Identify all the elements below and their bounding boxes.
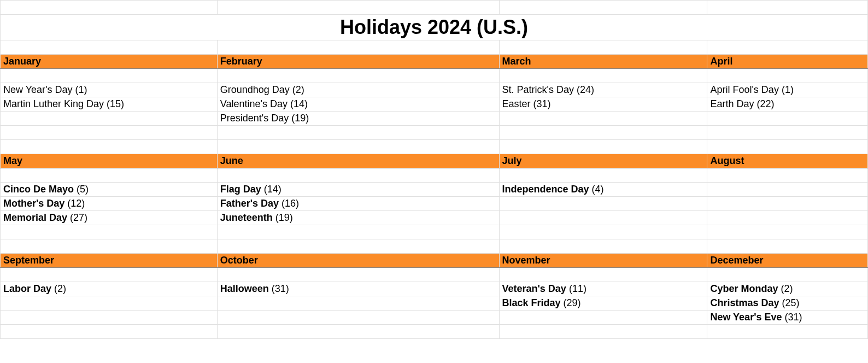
empty-cell: [217, 1, 499, 15]
holiday-cell: Valentine's Day (14): [217, 97, 499, 112]
month-header: July: [499, 154, 707, 168]
holiday-name: Labor Day: [3, 283, 51, 294]
empty-cell: [1, 268, 218, 282]
holiday-cell: Cinco De Mayo (5): [1, 183, 218, 197]
empty-cell: [1, 239, 218, 254]
empty-cell: [217, 311, 499, 325]
holiday-day: (14): [261, 184, 281, 195]
empty-cell: [707, 126, 868, 140]
holiday-cell: New Year's Day (1): [1, 83, 218, 97]
holiday-name: Mother's Day: [3, 198, 64, 209]
empty-cell: [1, 1, 218, 15]
holiday-name: Easter: [502, 98, 531, 109]
empty-cell: [707, 239, 868, 254]
empty-cell: [499, 40, 707, 55]
empty-cell: [1, 325, 218, 339]
holiday-day: (5): [74, 184, 89, 195]
empty-cell: [499, 140, 707, 154]
holiday-cell: Veteran's Day (11): [499, 282, 707, 296]
month-header: February: [217, 55, 499, 69]
holiday-day: (4): [589, 184, 604, 195]
empty-cell: [499, 1, 707, 15]
empty-cell: [707, 268, 868, 282]
holiday-cell: Christmas Day (25): [707, 296, 868, 311]
month-header: October: [217, 254, 499, 268]
holiday-day: (24): [574, 84, 594, 95]
empty-cell: [499, 325, 707, 339]
holiday-name: Flag Day: [220, 184, 261, 195]
empty-cell: [499, 239, 707, 254]
holiday-name: St. Patrick's Day: [502, 84, 574, 95]
holiday-day: (12): [64, 198, 85, 209]
empty-cell: [217, 325, 499, 339]
holiday-name: Cinco De Mayo: [3, 184, 74, 195]
holiday-day: (2): [778, 283, 793, 294]
empty-cell: [707, 40, 868, 55]
empty-cell: [217, 296, 499, 311]
empty-cell: [1, 112, 218, 126]
month-header: January: [1, 55, 218, 69]
holiday-cell: New Year's Eve (31): [707, 311, 868, 325]
month-header: April: [707, 55, 868, 69]
holiday-day: (31): [531, 98, 551, 109]
empty-cell: [499, 69, 707, 83]
holiday-name: Martin Luther King Day: [3, 98, 104, 109]
empty-cell: [217, 140, 499, 154]
holiday-day: (14): [288, 98, 308, 109]
holiday-cell: Juneteenth (19): [217, 211, 499, 225]
empty-cell: [707, 211, 868, 225]
empty-cell: [499, 112, 707, 126]
empty-cell: [1, 140, 218, 154]
holiday-name: Independence Day: [502, 184, 589, 195]
empty-cell: [707, 140, 868, 154]
holiday-cell: Black Friday (29): [499, 296, 707, 311]
month-header: August: [707, 154, 868, 168]
empty-cell: [707, 197, 868, 211]
empty-cell: [1, 296, 218, 311]
empty-cell: [707, 325, 868, 339]
empty-cell: [499, 311, 707, 325]
empty-cell: [707, 69, 868, 83]
empty-cell: [217, 126, 499, 140]
empty-cell: [217, 40, 499, 55]
month-header: March: [499, 55, 707, 69]
holiday-day: (16): [279, 198, 299, 209]
empty-cell: [217, 69, 499, 83]
holiday-cell: Memorial Day (27): [1, 211, 218, 225]
holiday-cell: Martin Luther King Day (15): [1, 97, 218, 112]
holiday-name: President's Day: [220, 113, 289, 124]
holiday-day: (31): [782, 312, 802, 323]
holiday-name: Valentine's Day: [220, 98, 288, 109]
empty-cell: [217, 168, 499, 183]
holiday-day: (2): [51, 283, 66, 294]
empty-cell: [1, 168, 218, 183]
holiday-cell: Father's Day (16): [217, 197, 499, 211]
empty-cell: [1, 126, 218, 140]
holiday-cell: Labor Day (2): [1, 282, 218, 296]
holiday-cell: April Fool's Day (1): [707, 83, 868, 97]
empty-cell: [1, 311, 218, 325]
empty-cell: [499, 268, 707, 282]
month-header: September: [1, 254, 218, 268]
holiday-day: (22): [754, 98, 774, 109]
month-header: Decemeber: [707, 254, 868, 268]
empty-cell: [217, 225, 499, 239]
empty-cell: [499, 168, 707, 183]
holiday-day: (19): [289, 113, 309, 124]
page-title: Holidays 2024 (U.S.): [1, 15, 868, 40]
holiday-cell: Independence Day (4): [499, 183, 707, 197]
holiday-day: (27): [67, 212, 87, 223]
holiday-name: Halloween: [220, 283, 269, 294]
month-header: June: [217, 154, 499, 168]
holiday-day: (29): [561, 297, 581, 308]
holiday-name: Memorial Day: [3, 212, 67, 223]
holiday-day: (1): [779, 84, 794, 95]
holiday-cell: Mother's Day (12): [1, 197, 218, 211]
holiday-name: New Year's Eve: [710, 312, 782, 323]
empty-cell: [1, 40, 218, 55]
holiday-cell: St. Patrick's Day (24): [499, 83, 707, 97]
empty-cell: [499, 126, 707, 140]
holiday-name: New Year's Day: [3, 84, 73, 95]
empty-cell: [217, 268, 499, 282]
holiday-cell: Earth Day (22): [707, 97, 868, 112]
